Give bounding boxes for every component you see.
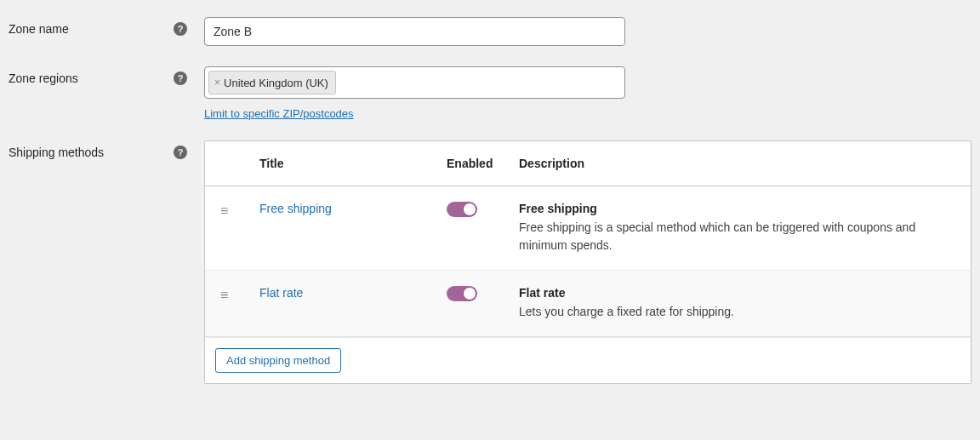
method-desc-text: Free shipping is a special method which … [519,220,915,252]
method-desc-title: Free shipping [519,202,960,215]
region-tag: × United Kingdom (UK) [208,71,336,94]
limit-postcodes-link[interactable]: Limit to specific ZIP/postcodes [204,107,354,120]
add-shipping-method-button[interactable]: Add shipping method [215,348,341,373]
method-title-link[interactable]: Flat rate [259,286,303,300]
zone-regions-input[interactable]: × United Kingdom (UK) [204,66,625,99]
zone-regions-label: Zone regions [9,71,78,85]
shipping-methods-table: Title Enabled Description ≡ Free shippin… [204,140,971,384]
drag-handle-icon[interactable]: ≡ [215,202,259,219]
help-icon[interactable]: ? [174,71,187,85]
table-row: ≡ Flat rate Flat rate Lets you charge a … [205,271,971,337]
drag-handle-icon[interactable]: ≡ [215,286,259,303]
enabled-toggle[interactable] [447,286,477,301]
column-header-title: Title [259,157,447,170]
table-row: ≡ Free shipping Free shipping Free shipp… [205,186,971,271]
enabled-toggle[interactable] [447,202,477,217]
column-header-enabled: Enabled [447,157,519,170]
method-title-link[interactable]: Free shipping [259,202,332,215]
shipping-methods-label: Shipping methods [9,146,104,159]
close-icon[interactable]: × [214,77,220,89]
method-desc-text: Lets you charge a fixed rate for shippin… [519,305,734,318]
column-header-description: Description [519,157,960,170]
zone-name-label: Zone name [9,22,69,36]
region-tag-label: United Kingdom (UK) [224,77,328,89]
method-desc-title: Flat rate [519,286,960,300]
zone-name-input[interactable] [204,17,625,46]
help-icon[interactable]: ? [174,146,187,159]
help-icon[interactable]: ? [174,22,187,36]
